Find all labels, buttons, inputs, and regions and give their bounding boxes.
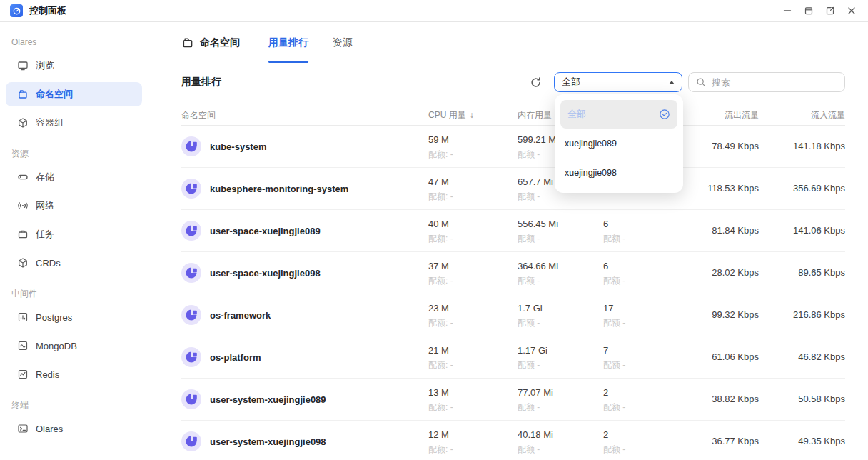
sidebar-item-label: Postgres [36,312,72,323]
page-title-label: 命名空间 [200,36,240,49]
search-box[interactable] [688,72,845,92]
chevron-up-icon [669,81,675,84]
memory-value: 1.7 Gi [518,302,542,315]
sidebar-item-label: Redis [36,369,59,380]
search-input[interactable] [712,77,837,88]
sidebar-item-label: 命名空间 [36,88,73,101]
namespace-name: kubesphere-monitoring-system [210,184,348,194]
dropdown-option-all[interactable]: 全部 [560,100,677,129]
sidebar-item-mongodb[interactable]: MongoDB [6,334,142,358]
table-row[interactable]: kube-system 59 M配额: - 599.21 Mi配额 - 配额 -… [181,126,845,168]
sidebar-item-postgres[interactable]: Postgres [6,305,142,329]
sidebar-section-terminal: 终端 [11,399,142,411]
cpu-quota: 配额: - [428,359,453,371]
namespace-pie-icon [181,263,201,283]
sidebar-item-network[interactable]: 网络 [6,194,142,218]
col-inbound: 流入流量 [811,109,845,121]
col-namespace: 命名空间 [181,109,216,121]
cpu-value: 21 M [428,344,453,357]
cube-icon [17,117,29,129]
inbound-value: 49.35 Kbps [798,436,845,446]
col-outbound: 流出流量 [725,109,759,121]
sidebar: Olares 浏览 命名空间 容器组 资源 存储 网络 任务 [0,22,148,460]
sidebar-item-redis[interactable]: Redis [6,362,142,386]
dropdown-option-xuejingjie098[interactable]: xuejingjie098 [560,158,677,187]
tab-usage-ranking[interactable]: 用量排行 [268,22,308,63]
namespace-name: user-system-xuejingjie098 [210,436,326,447]
wave-box-icon [17,340,29,351]
minimize-button[interactable] [781,4,794,17]
option-label: 全部 [567,108,586,121]
inbound-value: 356.69 Kbps [793,183,845,194]
table-row[interactable]: kubesphere-monitoring-system 47 M配额: - 6… [181,168,845,210]
filter-dropdown-panel: 全部 xuejingjie089 xuejingjie098 [555,94,683,193]
pods-value: 7 [603,344,625,357]
sidebar-item-terminal-olares[interactable]: Olares [6,416,142,441]
col-cpu[interactable]: CPU 用量↓ [428,109,474,121]
sidebar-section-resources: 资源 [11,148,142,159]
window-title: 控制面板 [29,4,66,17]
table-row[interactable]: user-space-xuejingjie089 40 M配额: - 556.4… [181,210,845,252]
namespace-name: user-system-xuejingjie089 [210,394,326,405]
close-button[interactable] [845,4,858,17]
usage-table: 命名空间 CPU 用量↓ 内存用量 流出流量 流入流量 kube-system … [181,105,845,460]
sidebar-item-crds[interactable]: CRDs [6,251,142,275]
namespace-icon [17,89,29,100]
memory-quota: 配额 - [518,359,547,371]
sidebar-item-label: MongoDB [36,341,77,351]
namespace-name: os-framework [210,310,271,321]
tab-resources[interactable]: 资源 [333,22,353,63]
pods-quota: 配额 - [603,317,625,329]
tab-label: 用量排行 [268,36,308,49]
cpu-value: 40 M [428,218,453,231]
filter-dropdown[interactable]: 全部 全部 xuejingjie089 xuejingjie098 [554,72,682,92]
sort-desc-icon: ↓ [470,110,474,120]
table-row[interactable]: user-system-xuejingjie098 12 M配额: - 40.1… [181,421,845,460]
sidebar-item-label: 网络 [36,199,54,212]
sidebar-item-jobs[interactable]: 任务 [6,222,142,246]
check-circle-icon [659,109,670,120]
app-icon [10,4,23,17]
filter-value: 全部 [562,76,580,89]
restore-button[interactable] [802,4,815,17]
namespace-name: user-space-xuejingjie089 [210,226,321,236]
pods-value: 17 [603,302,625,315]
table-row[interactable]: os-platform 21 M配额: - 1.17 Gi配额 - 7配额 - … [181,336,845,379]
sidebar-item-pods[interactable]: 容器组 [6,111,142,135]
table-header: 命名空间 CPU 用量↓ 内存用量 流出流量 流入流量 [181,105,845,126]
col-memory: 内存用量 [518,109,552,121]
cpu-value: 13 M [428,386,453,399]
sidebar-item-label: 容器组 [36,116,64,129]
outbound-value: 78.49 Kbps [712,141,759,151]
dropdown-option-xuejingjie089[interactable]: xuejingjie089 [560,129,677,158]
table-row[interactable]: user-system-xuejingjie089 13 M配额: - 77.0… [181,379,845,421]
sidebar-item-label: 存储 [36,171,54,184]
pods-quota: 配额 - [603,275,625,286]
pods-value: 6 [603,218,625,231]
cpu-value: 59 M [428,134,453,146]
memory-quota: 配额 - [518,233,558,244]
sidebar-item-storage[interactable]: 存储 [6,165,142,189]
sidebar-section-olares: Olares [11,36,142,48]
inbound-value: 141.06 Kbps [793,225,845,236]
pods-value: 2 [603,386,625,399]
cpu-quota: 配额: - [428,233,453,244]
tab-label: 资源 [333,36,353,49]
table-row[interactable]: user-space-xuejingjie098 37 M配额: - 364.6… [181,252,845,294]
memory-quota: 配额 - [518,275,558,286]
outbound-value: 61.06 Kbps [712,351,759,362]
sidebar-item-browse[interactable]: 浏览 [6,54,142,78]
refresh-button[interactable] [530,76,542,89]
sidebar-item-namespaces[interactable]: 命名空间 [6,82,142,106]
section-title: 用量排行 [181,76,221,89]
namespace-pie-icon [181,389,201,409]
namespace-pie-icon [181,136,201,156]
open-external-button[interactable] [824,4,837,17]
page-title: 命名空间 [181,36,240,49]
memory-quota: 配额 - [518,149,558,160]
cpu-quota: 配额: - [428,444,453,455]
briefcase-icon [17,229,29,240]
cpu-quota: 配额: - [428,149,453,160]
namespace-pie-icon [181,347,201,367]
table-row[interactable]: os-framework 23 M配额: - 1.7 Gi配额 - 17配额 -… [181,294,845,336]
